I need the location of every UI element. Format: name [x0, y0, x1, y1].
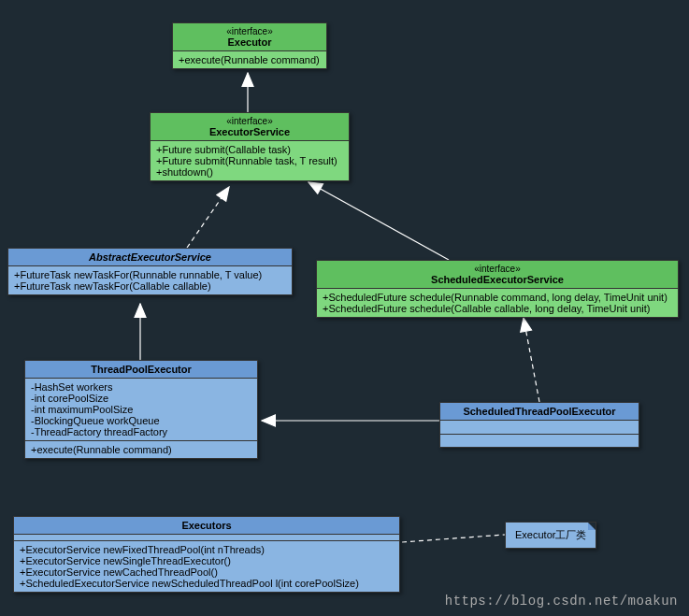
svg-line-6: [402, 535, 505, 542]
class-executors: Executors +ExecutorService newFixedThrea…: [13, 516, 400, 593]
class-name: Executors: [14, 517, 399, 535]
class-thread-pool-executor: ThreadPoolExecutor -HashSet workers -int…: [24, 360, 258, 459]
method: +ExecutorService newCachedThreadPool(): [20, 566, 394, 578]
class-name: AbstractExecutorService: [8, 249, 292, 266]
class-scheduled-executor-service: «interface» ScheduledExecutorService +Sc…: [316, 260, 679, 318]
method: +FutureTask newTaskFor(Callable callable…: [14, 280, 286, 292]
class-executor-service: «interface» ExecutorService +Future subm…: [150, 112, 350, 181]
class-name: ScheduledExecutorService: [323, 274, 672, 285]
class-executor: «interface» Executor +execute(Runnable c…: [172, 22, 327, 69]
class-abstract-executor-service: AbstractExecutorService +FutureTask newT…: [7, 248, 293, 295]
note-text: Executor工厂类: [515, 529, 586, 540]
attribute: -int corePoolSize: [31, 393, 251, 404]
method: +shutdown(): [156, 166, 343, 178]
stereotype: «interface»: [179, 26, 321, 36]
uml-note: Executor工厂类: [505, 522, 596, 549]
attribute: -HashSet workers: [31, 381, 251, 393]
class-name: ThreadPoolExecutor: [25, 361, 257, 379]
method: +ExecutorService newFixedThreadPool(int …: [20, 544, 394, 555]
class-name: ScheduledThreadPoolExecutor: [440, 403, 639, 421]
class-name: ExecutorService: [156, 126, 343, 137]
svg-line-1: [187, 187, 229, 248]
method: +execute(Runnable command): [31, 444, 251, 455]
method: +ScheduledFuture schedule(Runnable comma…: [323, 292, 672, 303]
svg-line-5: [524, 318, 539, 402]
attribute: -int maximumPoolSize: [31, 404, 251, 415]
class-name: Executor: [179, 36, 321, 48]
attribute: -ThreadFactory threadFactory: [31, 426, 251, 437]
method: +Future submit(Callable task): [156, 144, 343, 155]
method: +ExecutorService newSingleThreadExecutor…: [20, 555, 394, 566]
method: +ScheduledExecutorService newScheduledTh…: [20, 578, 394, 589]
method: +execute(Runnable command): [179, 54, 321, 65]
watermark: https://blog.csdn.net/moakun: [445, 594, 678, 609]
method: +FutureTask newTaskFor(Runnable runnable…: [14, 269, 286, 280]
attribute: -BlockingQueue workQueue: [31, 415, 251, 426]
stereotype: «interface»: [323, 264, 672, 274]
method: +Future submit(Runnable task, T result): [156, 155, 343, 166]
class-scheduled-thread-pool-executor: ScheduledThreadPoolExecutor: [439, 402, 639, 448]
stereotype: «interface»: [156, 116, 343, 126]
method: +ScheduledFuture schedule(Callable calla…: [323, 303, 672, 314]
svg-line-2: [309, 182, 449, 260]
